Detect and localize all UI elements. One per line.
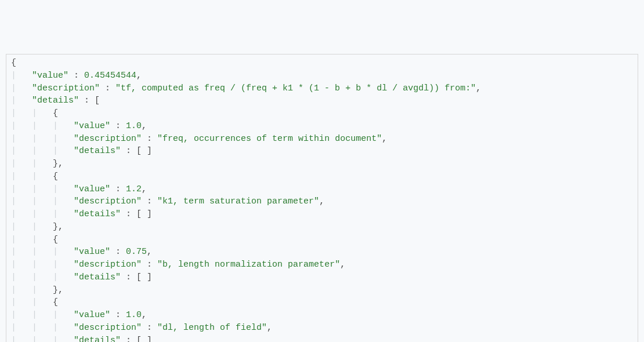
key-description: "description": [74, 260, 142, 270]
value-number: 1.0: [126, 121, 142, 131]
empty-array: [ ]: [136, 336, 152, 343]
key-description: "description": [74, 134, 142, 144]
value-number: 0.75: [126, 247, 147, 257]
key-value: "value": [74, 121, 110, 131]
key-value: "value": [74, 247, 110, 257]
empty-array: [ ]: [136, 272, 152, 282]
key-description: "description": [32, 83, 100, 93]
value-string: "freq, occurrences of term within docume…: [157, 134, 382, 144]
empty-array: [ ]: [136, 209, 152, 219]
value-string: "k1, term saturation parameter": [157, 197, 319, 206]
key-details: "details": [74, 272, 121, 282]
value-number: 1.0: [126, 310, 142, 320]
key-details: "details": [74, 146, 121, 156]
key-details: "details": [74, 209, 121, 219]
key-description: "description": [74, 197, 142, 206]
json-code-block[interactable]: { | "value" : 0.45454544, | "description…: [6, 54, 638, 342]
key-description: "description": [74, 323, 142, 333]
value-number: 0.45454544: [84, 71, 136, 81]
value-string: "dl, length of field": [157, 323, 267, 333]
key-value: "value": [32, 71, 68, 81]
key-value: "value": [74, 310, 110, 320]
value-string: "tf, computed as freq / (freq + k1 * (1 …: [115, 83, 476, 93]
key-details: "details": [74, 336, 121, 343]
value-string: "b, length normalization parameter": [157, 260, 340, 270]
key-details: "details": [32, 96, 79, 105]
empty-array: [ ]: [136, 146, 152, 156]
key-value: "value": [74, 184, 110, 194]
value-number: 1.2: [126, 184, 142, 194]
brace-open: {: [11, 58, 16, 68]
